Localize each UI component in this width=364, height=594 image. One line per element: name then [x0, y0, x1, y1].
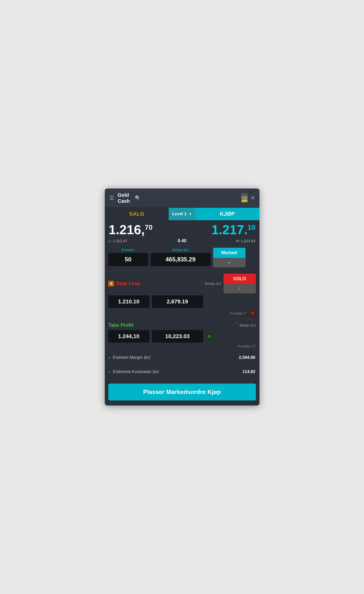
stop-loss-section: ▼ Stop Loss ⌒ Beløp (kr) GSLO ▾ 1.210.10…: [105, 271, 259, 319]
chevron-right-margin-icon: ›: [109, 355, 110, 360]
gslo-col: GSLO ▾: [224, 274, 256, 293]
gslo-dropdown[interactable]: ▾: [224, 284, 256, 293]
take-profit-section: Take Profit ⌒ Beløp (kr) 1.244,10 10,223…: [105, 319, 259, 351]
price-spread: 0.40: [158, 238, 207, 243]
take-profit-label: Take Profit: [108, 322, 134, 328]
down-arrow-icon: ▼: [108, 281, 114, 286]
estimerte-kostnader-value: 114.82: [243, 369, 255, 374]
take-profit-header: Take Profit ⌒ Beløp (kr): [108, 322, 256, 328]
units-input[interactable]: 50: [108, 253, 148, 266]
price-row: 1.216,70 1.217.10: [105, 220, 259, 238]
units-label: Enheter: [108, 248, 148, 252]
salg-price-main: 1.216,: [109, 222, 145, 237]
level-chevron-icon: ▼: [189, 212, 192, 216]
amount-input[interactable]: 465,835.29: [151, 253, 211, 266]
price-kjop: 1.217.10: [182, 222, 255, 237]
level-label: Level 1: [172, 211, 187, 216]
estimerte-kostnader-label: Estimerte Kostnader (kr): [113, 369, 243, 374]
close-icon[interactable]: ✕: [250, 195, 255, 201]
app-container: ☰ Gold Cash 🔍 ✕ SALG Level 1 ▼ KJØP: [105, 189, 259, 405]
tp-wavy-icon: ⌒: [234, 323, 238, 328]
signal-box: [241, 193, 248, 203]
take-profit-x-icon: ✕: [208, 334, 211, 339]
salg-button[interactable]: SALG: [105, 208, 169, 220]
tp-footer: Punkter 27: [108, 344, 256, 348]
header-title-block: Gold Cash: [118, 192, 130, 204]
level-selector[interactable]: Level 1 ▼: [169, 208, 195, 220]
stop-loss-header: ▼ Stop Loss ⌒ Beløp (kr) GSLO ▾: [108, 274, 256, 293]
kjop-price-main: 1.217.: [212, 222, 248, 237]
price-high: H: 1,223.63: [207, 239, 255, 243]
take-profit-price-input[interactable]: 1.244,10: [108, 330, 149, 343]
price-low: L: 1,212.47: [109, 239, 158, 243]
stop-loss-label: Stop Loss: [116, 281, 140, 286]
search-icon[interactable]: 🔍: [135, 195, 141, 201]
sl-punkter: Punkter 7: [230, 311, 246, 315]
stop-loss-x-icon: ✕: [251, 311, 254, 315]
marked-dropdown[interactable]: ▾: [213, 258, 245, 267]
sl-inputs-row: 1.210.10 2,679.19: [108, 295, 256, 308]
stop-loss-remove-button[interactable]: ✕: [249, 309, 256, 317]
estimerte-kostnader-row[interactable]: › Estimerte Kostnader (kr) 114.82: [105, 365, 259, 379]
stats-row: L: 1,212.47 0.40 H: 1,223.63: [105, 238, 259, 246]
header: ☰ Gold Cash 🔍 ✕: [105, 189, 259, 208]
header-title: Gold Cash: [118, 192, 130, 204]
tp-amount-label-right: ⌒ Beløp (kr): [234, 323, 256, 328]
tp-amount-label-left: Take Profit: [108, 322, 232, 328]
take-profit-remove-button[interactable]: ✕: [206, 333, 213, 340]
tp-inputs-row: 1.244,10 10,223.03 ✕: [108, 330, 256, 343]
place-order-button[interactable]: Plasser Markedsordre Kjøp: [108, 384, 256, 400]
kjop-button[interactable]: KJØP: [195, 208, 259, 220]
marked-button[interactable]: Marked: [213, 248, 245, 258]
estimert-margin-value: 2,594.86: [239, 355, 255, 360]
estimert-margin-label: Estimert Margin (kr): [113, 355, 239, 360]
tp-punkter: Punkter 27: [238, 344, 256, 348]
price-salg: 1.216,70: [109, 222, 182, 237]
hamburger-icon[interactable]: ☰: [109, 195, 114, 201]
estimert-margin-row[interactable]: › Estimert Margin (kr) 2,594.86: [105, 351, 259, 365]
sl-amount-label: ⌒ Beløp (kr): [200, 281, 222, 286]
salg-price-sup: 70: [145, 223, 152, 231]
header-right: ✕: [241, 193, 255, 203]
sl-footer: Punkter 7 ✕: [108, 309, 256, 317]
gslo-button[interactable]: GSLO: [224, 274, 256, 284]
signal-bar-bottom: [242, 199, 247, 202]
chevron-right-kostnader-icon: ›: [109, 370, 110, 374]
units-col: Enheter 50: [108, 248, 148, 266]
kjop-price-sup: 10: [247, 223, 255, 231]
units-amount-row: Enheter 50 Beløp (kr) 465,835.29 Marked …: [105, 246, 259, 270]
stop-loss-price-input[interactable]: 1.210.10: [108, 295, 149, 308]
sl-title-row: ▼ Stop Loss ⌒ Beløp (kr): [108, 281, 222, 286]
stop-loss-amount-input[interactable]: 2,679.19: [152, 295, 203, 308]
signal-bar-top: [242, 196, 247, 199]
cta-row: Plasser Markedsordre Kjøp: [105, 379, 259, 405]
marked-col: Marked ▾: [213, 248, 245, 267]
trade-bar: SALG Level 1 ▼ KJØP: [105, 208, 259, 220]
amount-label: Beløp (kr): [151, 248, 211, 252]
header-left: ☰ Gold Cash 🔍: [109, 192, 141, 204]
take-profit-amount-input[interactable]: 10,223.03: [152, 330, 203, 343]
wavy-icon: ⌒: [200, 281, 204, 286]
amount-col: Beløp (kr) 465,835.29: [151, 248, 211, 266]
